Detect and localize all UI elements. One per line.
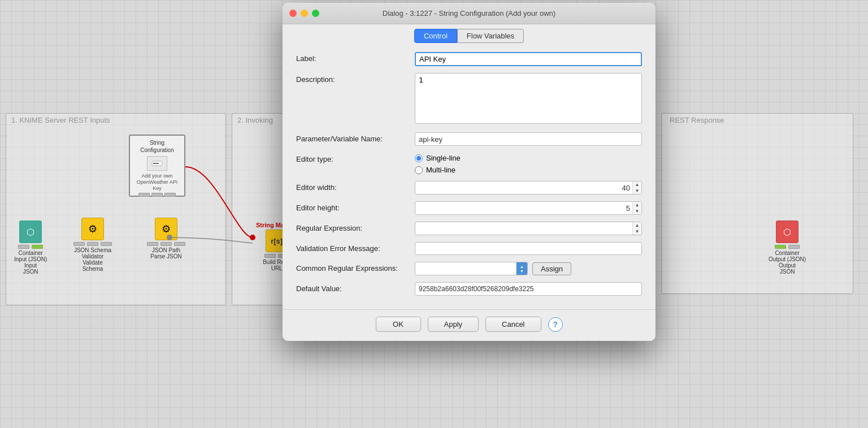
- dialog-title: Dialog - 3:1227 - String Configuration (…: [383, 9, 555, 18]
- port1: [138, 193, 150, 197]
- common-regex-label: Common Regular Expressions:: [296, 262, 415, 273]
- port-out: [788, 245, 800, 249]
- radio-single-input[interactable]: [415, 154, 423, 162]
- port1: [147, 242, 158, 246]
- minimize-button[interactable]: [301, 10, 308, 17]
- description-textarea[interactable]: 1: [415, 73, 642, 124]
- radio-group: Single-line Multi-line: [415, 153, 642, 174]
- dialog-footer: OK Apply Cancel ?: [283, 309, 656, 341]
- spinner-up-height[interactable]: ▲: [633, 202, 641, 208]
- json-schema-node[interactable]: ⚙ JSON SchemaValidator ValidateSchema: [73, 218, 112, 272]
- radio-multi-label: Multi-line: [426, 166, 455, 174]
- port3: [101, 242, 112, 246]
- editor-type-control: Single-line Multi-line: [415, 153, 642, 174]
- spinner-up-regex[interactable]: ▲: [633, 222, 641, 228]
- editor-height-label: Editor height:: [296, 201, 415, 212]
- editor-width-control: 40 ▲ ▼: [415, 181, 642, 194]
- json-path-icon: ⚙: [155, 218, 177, 240]
- common-regex-dropdown[interactable]: ▲ ▼: [415, 262, 528, 275]
- default-value-text: 9258b2a6603d28f00f5268209dfe3225: [415, 282, 642, 296]
- arrow-down: ▼: [520, 269, 524, 273]
- input-json-sublabel: InputJSON: [23, 262, 38, 275]
- container-output-node[interactable]: ⬡ ContainerOutput (JSON) OutputJSON: [769, 221, 806, 275]
- container-output-icon: ⬡: [776, 221, 798, 243]
- param-name-value: api-key: [415, 132, 642, 146]
- spinner-down-height[interactable]: ▼: [633, 208, 641, 214]
- port-in: [775, 245, 786, 249]
- titlebar-buttons: [289, 10, 319, 17]
- validation-error-label: Validation Error Message:: [296, 242, 415, 253]
- editor-width-row: Editor width: 40 ▲ ▼: [296, 181, 642, 194]
- maximize-button[interactable]: [312, 10, 319, 17]
- port-in: [18, 245, 29, 249]
- default-value-row: Default Value: 9258b2a6603d28f00f5268209…: [296, 282, 642, 296]
- assign-button[interactable]: Assign: [532, 262, 571, 275]
- validation-error-row: Validation Error Message:: [296, 242, 642, 255]
- label-field-label: Label:: [296, 52, 415, 63]
- json-path-node[interactable]: ⚙ JSON Path Parse JSON: [147, 218, 185, 260]
- port3: [164, 193, 176, 197]
- port1: [73, 242, 85, 246]
- tab-flow-variables[interactable]: Flow Variables: [457, 29, 524, 43]
- label-input[interactable]: [415, 52, 642, 66]
- label-row: Label:: [296, 52, 642, 66]
- cancel-button[interactable]: Cancel: [485, 317, 541, 332]
- container-input-label: ContainerInput (JSON): [14, 250, 47, 262]
- editor-width-label: Editor width:: [296, 181, 415, 192]
- port2: [87, 242, 98, 246]
- port2: [151, 193, 163, 197]
- container-input-node[interactable]: ⬡ ContainerInput (JSON) InputJSON: [14, 221, 47, 275]
- radio-multi-line[interactable]: Multi-line: [415, 166, 642, 174]
- string-config-icon: [147, 156, 167, 171]
- param-name-control: api-key: [415, 132, 642, 146]
- validation-error-input[interactable]: [415, 242, 642, 255]
- tab-control[interactable]: Control: [414, 29, 457, 43]
- string-config-sublabel: Add your ownOpenWeather API Key: [133, 173, 181, 191]
- regex-control: ▲ ▼: [415, 222, 642, 235]
- assign-row: ▲ ▼ Assign: [415, 262, 642, 275]
- close-button[interactable]: [289, 10, 297, 17]
- string-config-node[interactable]: StringConfiguration Add your ownOpenWeat…: [129, 135, 185, 197]
- spinner-arrows-regex: ▲ ▼: [632, 222, 641, 235]
- port3: [174, 242, 185, 246]
- apply-button[interactable]: Apply: [428, 317, 479, 332]
- regex-spinner: ▲ ▼: [415, 222, 642, 235]
- json-schema-icon: ⚙: [81, 218, 104, 240]
- port2: [160, 242, 172, 246]
- regex-row: Regular Expression: ▲ ▼: [296, 222, 642, 235]
- tab-bar: Control Flow Variables: [283, 24, 656, 43]
- regex-label: Regular Expression:: [296, 222, 415, 232]
- arrow-up: ▲: [520, 265, 524, 269]
- help-button[interactable]: ?: [548, 317, 563, 332]
- string-config-label: StringConfiguration: [140, 139, 173, 154]
- spinner-up-width[interactable]: ▲: [633, 181, 641, 188]
- dropdown-arrows: ▲ ▼: [516, 262, 527, 275]
- editor-height-row: Editor height: 5 ▲ ▼: [296, 201, 642, 215]
- radio-multi-input[interactable]: [415, 166, 423, 174]
- section3-panel: [661, 113, 853, 294]
- dialog-body: Label: Description: 1 Parameter/Variable…: [283, 43, 656, 309]
- json-path-label: JSON Path: [152, 247, 180, 253]
- output-json-label: OutputJSON: [779, 262, 796, 275]
- spinner-down-width[interactable]: ▼: [633, 188, 641, 194]
- description-field-control: 1: [415, 73, 642, 126]
- editor-type-label: Editor type:: [296, 153, 415, 163]
- editor-height-spinner: 5 ▲ ▼: [415, 201, 642, 215]
- section1-panel: [6, 113, 226, 305]
- container-output-label: ContainerOutput (JSON): [769, 250, 806, 262]
- editor-width-value: 40: [415, 184, 632, 192]
- svg-rect-1: [153, 163, 159, 164]
- spinner-down-regex[interactable]: ▼: [633, 228, 641, 235]
- dialog-titlebar: Dialog - 3:1227 - String Configuration (…: [283, 3, 656, 24]
- default-value-control: 9258b2a6603d28f00f5268209dfe3225: [415, 282, 642, 296]
- description-field-label: Description:: [296, 73, 415, 84]
- editor-height-value: 5: [415, 204, 632, 213]
- common-regex-control: ▲ ▼ Assign: [415, 262, 642, 275]
- radio-single-line[interactable]: Single-line: [415, 154, 642, 162]
- radio-single-label: Single-line: [426, 154, 461, 162]
- editor-height-control: 5 ▲ ▼: [415, 201, 642, 215]
- default-value-label: Default Value:: [296, 282, 415, 293]
- dropdown-arrows-inner: ▲ ▼: [520, 265, 524, 273]
- ok-button[interactable]: OK: [376, 317, 421, 332]
- dialog-window: Dialog - 3:1227 - String Configuration (…: [283, 3, 656, 341]
